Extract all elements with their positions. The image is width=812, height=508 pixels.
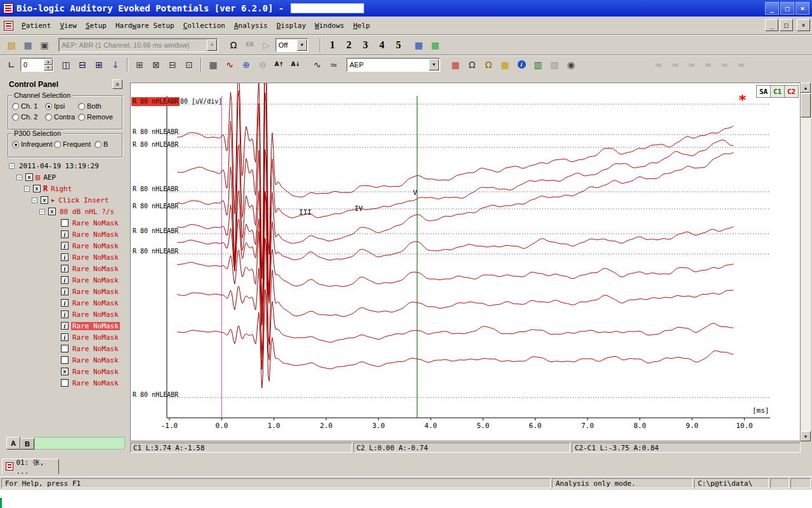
zoom-in-button[interactable]: ⊕ — [239, 57, 254, 72]
tree-node-rare-nomask-11[interactable]: iRare NoMask — [5, 331, 125, 343]
tree-node-rare-nomask-2[interactable]: iRare NoMask — [5, 229, 125, 240]
single-wave-button[interactable]: ∿ — [310, 57, 325, 72]
menu-display[interactable]: Display — [272, 19, 310, 32]
page-5-button[interactable]: 5 — [391, 37, 406, 53]
info-button[interactable]: i — [514, 57, 529, 72]
tree-checkbox[interactable]: i — [61, 322, 69, 330]
stack-windows-button[interactable]: ⊟ — [75, 57, 90, 72]
overlay-waves-button[interactable]: ≈ — [326, 57, 341, 72]
export-waveform-button[interactable]: ↓ — [108, 57, 123, 72]
scroll-up-icon[interactable]: ▲ — [801, 83, 811, 93]
tree-checkbox[interactable]: i — [61, 299, 69, 307]
tree-checkbox[interactable]: X — [48, 208, 56, 215]
masking-combo[interactable]: Off▼ — [275, 38, 308, 52]
tree-node-rare-nomask-14[interactable]: XRare NoMask — [5, 366, 125, 377]
tree-checkbox[interactable]: i — [61, 311, 69, 318]
sort-ascending-button[interactable]: A↑ — [272, 57, 287, 72]
marker-tool-1-button[interactable]: ⊞ — [132, 57, 147, 72]
montage-grid-button[interactable]: ▦ — [497, 57, 513, 72]
tree-checkbox[interactable]: i — [61, 288, 69, 295]
mdi-close-button[interactable]: × — [797, 19, 810, 31]
close-button[interactable]: × — [796, 2, 809, 15]
tree-node-right-ear[interactable]: -XRRight — [5, 183, 125, 194]
tree-checkbox[interactable]: i — [61, 242, 69, 250]
menu-view[interactable]: View — [55, 19, 81, 32]
radio-ch-1[interactable]: Ch. 1 — [12, 102, 45, 110]
tree-checkbox[interactable] — [61, 356, 69, 364]
headphone-button[interactable]: Ω — [226, 37, 241, 53]
tree-node-click-insert[interactable]: -X▸Click Insert — [5, 194, 125, 206]
tree-node-rare-nomask-7[interactable]: iRare NoMask — [5, 286, 125, 297]
scale-axes-button[interactable]: ∟ — [4, 57, 19, 72]
electrode-montage-alt-button[interactable]: ▦ — [428, 37, 443, 53]
cascade-windows-button[interactable]: ⊞ — [91, 57, 107, 72]
radio-b[interactable]: B — [95, 140, 116, 148]
spin-down-icon[interactable]: ▼ — [44, 65, 53, 70]
tree-node-rare-nomask-10[interactable]: iRare NoMask — [5, 320, 125, 331]
color-map-button[interactable]: ▦ — [448, 57, 463, 72]
tree-node-rare-nomask-3[interactable]: iRare NoMask — [5, 240, 125, 251]
tree-checkbox[interactable] — [61, 219, 69, 227]
scrollbar-thumb[interactable] — [801, 93, 811, 117]
grid-toggle-button[interactable]: ▦ — [206, 57, 221, 72]
page-3-button[interactable]: 3 — [358, 37, 373, 53]
tree-node-aep[interactable]: -X▤AEP — [5, 171, 125, 183]
tree-checkbox[interactable]: i — [61, 253, 69, 261]
radio-both[interactable]: Both — [78, 102, 119, 110]
tree-expander-icon[interactable]: - — [9, 163, 15, 169]
tree-expander-icon[interactable]: - — [24, 186, 30, 192]
marker-tool-2-button[interactable]: ⊠ — [148, 57, 164, 72]
protocol-combo[interactable]: AEP: ABR (1 Channel, 10.66 ms window)▼ — [58, 38, 218, 52]
headphone-2-button[interactable]: Ω — [464, 57, 480, 72]
tree-expander-icon[interactable]: - — [16, 175, 22, 180]
tree-node-rare-nomask-4[interactable]: iRare NoMask — [5, 251, 125, 263]
print-button[interactable]: ▣ — [37, 37, 52, 53]
snapshot-button[interactable]: ◉ — [563, 57, 579, 72]
tile-windows-button[interactable]: ◫ — [58, 57, 74, 72]
tab-a[interactable]: A — [6, 437, 20, 450]
patient-tab[interactable]: 01: 张, ... — [2, 458, 59, 474]
masking-combo-dropdown-icon[interactable]: ▼ — [297, 39, 307, 51]
chart-canvas[interactable]: -1.00.01.02.03.04.05.06.07.08.09.010.0[m… — [131, 83, 800, 441]
save-notes-button[interactable]: ▦ — [20, 37, 36, 53]
tree-checkbox[interactable]: X — [41, 196, 48, 204]
tree-node-rare-nomask-12[interactable]: Rare NoMask — [5, 343, 125, 354]
tree-checkbox[interactable]: i — [61, 276, 69, 284]
tree-checkbox[interactable]: i — [61, 333, 69, 341]
impedance-button[interactable]: Ω — [481, 57, 496, 72]
menu-windows[interactable]: Windows — [310, 19, 348, 32]
page-4-button[interactable]: 4 — [374, 37, 390, 53]
electrode-montage-button[interactable]: ▦ — [411, 37, 426, 53]
tree-node-stim-level[interactable]: -X80 dB nHL ?/s — [5, 206, 125, 217]
overlap-spin-combo-spinner[interactable]: ▲▼ — [44, 59, 53, 70]
tree-node-rare-nomask-8[interactable]: iRare NoMask — [5, 297, 125, 309]
tree-node-rare-nomask-1[interactable]: Rare NoMask — [5, 217, 125, 229]
tab-b[interactable]: B — [20, 438, 34, 450]
chart-scrollbar[interactable]: ▲ ▼ — [801, 83, 811, 441]
tree-checkbox[interactable] — [61, 345, 69, 352]
waveform-trace-2[interactable] — [177, 83, 733, 322]
protocol-combo-dropdown-icon[interactable]: ▼ — [207, 39, 217, 51]
collapse-panel-button[interactable]: « — [112, 79, 122, 89]
tree-node-session[interactable]: -2011-04-19 13:19:29 — [5, 160, 125, 171]
minimize-button[interactable]: _ — [765, 2, 779, 15]
sort-descending-button[interactable]: A↓ — [288, 57, 303, 72]
chart-tab-sa[interactable]: SA — [756, 85, 771, 98]
page-2-button[interactable]: 2 — [341, 37, 357, 53]
menu-hardware-setup[interactable]: Hardware Setup — [111, 19, 179, 32]
tree-expander-icon[interactable]: - — [39, 209, 45, 215]
tree-node-rare-nomask-15[interactable]: Rare NoMask — [5, 377, 125, 389]
tree-node-rare-nomask-9[interactable]: iRare NoMask — [5, 309, 125, 320]
tree-node-rare-nomask-13[interactable]: Rare NoMask — [5, 354, 125, 366]
radio-remove[interactable]: Remove — [78, 113, 119, 121]
tree-checkbox[interactable]: X — [61, 368, 69, 375]
tree-node-rare-nomask-6[interactable]: iRare NoMask — [5, 274, 125, 286]
radio-ch-2[interactable]: Ch. 2 — [12, 113, 45, 121]
chart-tab-c2[interactable]: C2 — [784, 85, 799, 98]
radio-ipsi[interactable]: Ipsi — [45, 102, 78, 110]
menu-analysis[interactable]: Analysis — [230, 19, 272, 32]
mdi-minimize-button[interactable]: _ — [765, 19, 778, 31]
title-inline-field[interactable] — [291, 3, 364, 13]
chart-tab-c1[interactable]: C1 — [770, 85, 785, 98]
radio-frequent[interactable]: Frequent — [54, 140, 95, 148]
